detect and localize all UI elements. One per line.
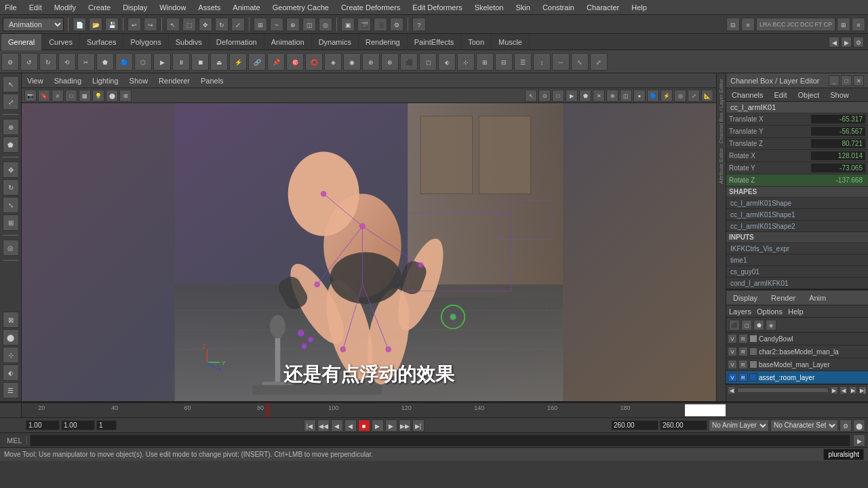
viewport-canvas[interactable]: Y Z X 还是有点浮动的效果: [22, 103, 716, 401]
hardware-shade-icon[interactable]: 🔵: [647, 90, 659, 102]
layer-vis-0[interactable]: V: [728, 334, 737, 343]
transport-play[interactable]: ▶: [372, 419, 384, 432]
menu-skin[interactable]: Skin: [513, 3, 532, 12]
xray-icon[interactable]: ✕: [593, 90, 605, 102]
channel-rotate-y[interactable]: Rotate Y -73.065: [726, 162, 868, 174]
layer-scroll-end[interactable]: ▶|: [859, 386, 867, 394]
camera-tool[interactable]: ⬖: [3, 364, 19, 381]
scale-tool[interactable]: ⤡: [3, 197, 19, 213]
shelf-icon-19[interactable]: ⊕: [362, 53, 380, 71]
new-scene-icon[interactable]: 📄: [73, 18, 86, 31]
cbt-show[interactable]: Show: [825, 88, 854, 102]
layer-entry-2[interactable]: V R baseModel_man_Layer: [726, 358, 868, 371]
transport-step-back[interactable]: ◀: [331, 419, 343, 432]
shelf-icon-16[interactable]: ⭕: [305, 53, 323, 71]
shelf-icon-17[interactable]: ◈: [324, 53, 342, 71]
playhead[interactable]: [267, 403, 269, 417]
camera-attrs-icon[interactable]: 📐: [701, 90, 713, 102]
shelf-icon-8[interactable]: ▶: [153, 53, 171, 71]
tab-toon[interactable]: Toon: [461, 34, 492, 50]
menu-assets[interactable]: Assets: [196, 3, 222, 12]
layer-entry-1[interactable]: V R char2::baseModel_man_la: [726, 345, 868, 358]
viewport-menu-show[interactable]: Show: [127, 77, 151, 85]
rotate-tool[interactable]: ↻: [3, 179, 19, 195]
ch-value-tz[interactable]: 80.721: [811, 139, 865, 148]
menu-file[interactable]: File: [3, 3, 19, 12]
layer-icon-3[interactable]: ◈: [766, 320, 776, 331]
display-icon[interactable]: ⊞: [119, 90, 132, 102]
menu-edit[interactable]: Edit: [27, 3, 44, 12]
layer-ref-1[interactable]: R: [738, 347, 748, 356]
layer-vis-2[interactable]: V: [728, 360, 737, 369]
smooth-shade-icon[interactable]: ●: [633, 90, 646, 102]
ipr-render-icon[interactable]: 🎥: [374, 18, 387, 31]
move-icon[interactable]: ✥: [199, 18, 212, 31]
shelf-icon-12[interactable]: ⚡: [229, 53, 247, 71]
layer-scroll-prev[interactable]: ◀: [840, 386, 848, 394]
wireframe-icon[interactable]: □: [65, 90, 77, 102]
tab-animation[interactable]: Animation: [264, 34, 312, 50]
tab-polygons[interactable]: Polygons: [123, 34, 168, 50]
shelf-icon-29[interactable]: ↔: [552, 53, 570, 71]
shape-row-0[interactable]: cc_l_armIK01Shape: [726, 198, 868, 209]
layer-entry-0[interactable]: V R CandyBowl: [726, 333, 868, 345]
shelf-icon-6[interactable]: 🔵: [115, 53, 133, 71]
anim-prefs-icon[interactable]: ⚙: [840, 419, 852, 432]
shelf-icon-26[interactable]: ⊟: [495, 53, 513, 71]
layer-scroll-track[interactable]: [737, 388, 829, 393]
cb-close[interactable]: ✕: [853, 75, 864, 86]
viewport-menu-panels[interactable]: Panels: [198, 77, 226, 85]
viewport-menu-renderer[interactable]: Renderer: [156, 77, 193, 85]
ch-value-tx[interactable]: -65.317: [811, 115, 865, 124]
layer-tab-render[interactable]: Render: [767, 294, 800, 302]
cbt-channels[interactable]: Channels: [726, 88, 768, 102]
shelf-icon-11[interactable]: ⏏: [210, 53, 228, 71]
shelf-icon-21[interactable]: ⬛: [400, 53, 418, 71]
layer-icon-1[interactable]: ◻: [741, 320, 752, 331]
layer-vis-3[interactable]: V: [728, 373, 737, 382]
menu-window[interactable]: Window: [157, 3, 188, 12]
ui-list-icon[interactable]: ≡: [852, 18, 865, 31]
menu-geometry-cache[interactable]: Geometry Cache: [271, 3, 331, 12]
light-icon[interactable]: 💡: [92, 90, 104, 102]
timeline-frame-step[interactable]: [96, 420, 117, 430]
lasso-tool[interactable]: ⊕: [3, 119, 19, 135]
layer-ref-2[interactable]: R: [738, 360, 748, 369]
camera-icon[interactable]: 📷: [24, 90, 37, 102]
shelf-icon-28[interactable]: ↕: [533, 53, 551, 71]
shelf-icon-30[interactable]: ⤡: [571, 53, 589, 71]
cbt-object[interactable]: Object: [792, 88, 825, 102]
shelf-icon-24[interactable]: ⊹: [457, 53, 475, 71]
cbt-edit[interactable]: Edit: [768, 88, 792, 102]
menu-create-deformers[interactable]: Create Deformers: [339, 3, 402, 12]
character-set-select[interactable]: No Character Set: [770, 419, 838, 432]
universal-tool[interactable]: ⊞: [3, 214, 19, 231]
show-ui-icon[interactable]: ⊟: [726, 18, 740, 31]
display-options-icon[interactable]: ≡: [741, 18, 755, 31]
animation-mode-select[interactable]: Animation: [3, 18, 64, 31]
layer-menu-help[interactable]: Help: [788, 307, 804, 316]
shelf-icon-18[interactable]: ◉: [343, 53, 361, 71]
menu-edit-deformers[interactable]: Edit Deformers: [410, 3, 464, 12]
ch-value-rz[interactable]: -137.668: [811, 176, 865, 185]
timeline-playback-start[interactable]: 1.00: [61, 420, 95, 430]
scale-icon[interactable]: ⤢: [231, 18, 245, 31]
shelf-icon-3[interactable]: ⟲: [58, 53, 76, 71]
render-icon[interactable]: 🎬: [357, 18, 371, 31]
tab-muscle[interactable]: Muscle: [492, 34, 530, 50]
bookmark-icon[interactable]: 🔖: [38, 90, 50, 102]
menu-help[interactable]: Help: [629, 3, 649, 12]
grid-icon[interactable]: #: [52, 90, 64, 102]
transport-start[interactable]: |◀: [304, 419, 316, 432]
layer-vis-1[interactable]: V: [728, 347, 737, 356]
transport-next-key[interactable]: ▶▶: [399, 419, 411, 432]
channel-translate-y[interactable]: Translate Y -56.567: [726, 126, 868, 138]
tab-scroll-right[interactable]: ▶: [841, 37, 852, 48]
tab-painteffects[interactable]: PaintEffects: [408, 34, 462, 50]
shelf-icon-22[interactable]: ◻: [419, 53, 437, 71]
menu-skeleton[interactable]: Skeleton: [473, 3, 506, 12]
layer-tab-display[interactable]: Display: [729, 294, 762, 302]
paint-select-tool[interactable]: ⤢: [3, 94, 19, 110]
input-row-1[interactable]: time1: [726, 255, 868, 266]
transport-step-fwd[interactable]: ▶: [385, 419, 397, 432]
